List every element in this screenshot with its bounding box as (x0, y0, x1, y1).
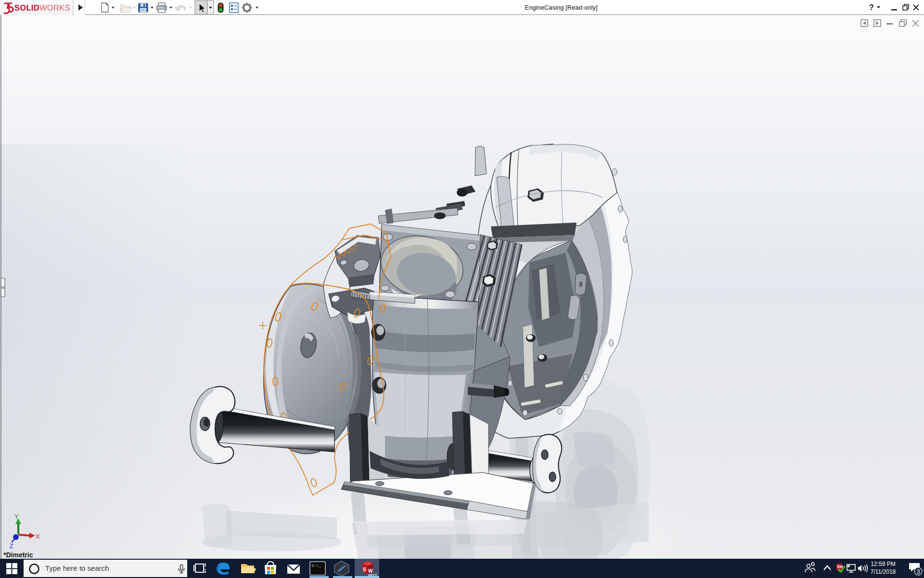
svg-text:3: 3 (917, 568, 920, 575)
svg-text:S: S (363, 567, 366, 572)
svg-text:?: ? (869, 3, 874, 12)
svg-text:C:\_: C:\_ (312, 564, 321, 568)
svg-text:X: X (36, 533, 40, 540)
svg-text:Z: Z (10, 543, 13, 550)
svg-text:WORKS: WORKS (39, 3, 70, 12)
svg-text:*Dimetric: *Dimetric (3, 551, 33, 559)
svg-text:SOLID: SOLID (14, 3, 39, 12)
